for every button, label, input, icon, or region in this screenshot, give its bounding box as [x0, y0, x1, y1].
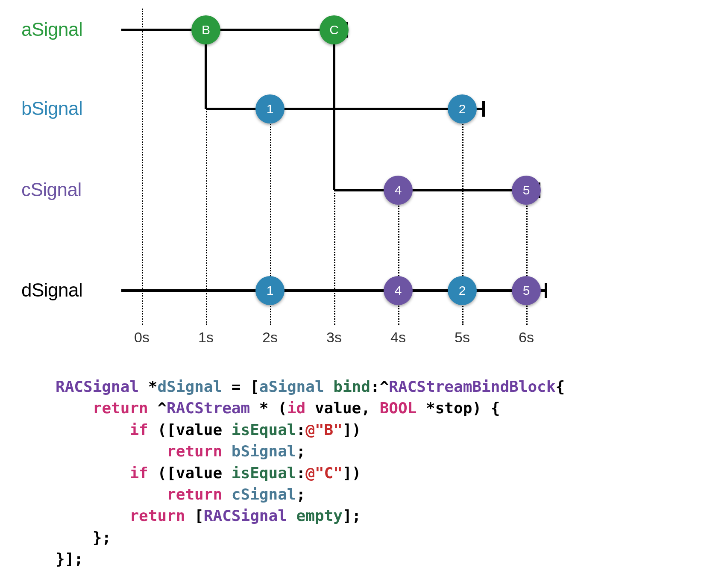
event-d-1: 1: [255, 276, 285, 305]
axis-line-0s: [142, 9, 143, 325]
connector-a-to-c: [333, 30, 335, 190]
time-label-1: 1s: [198, 329, 214, 346]
time-label-2: 2s: [262, 329, 278, 346]
timeline-b: [206, 108, 484, 110]
dotted-3s: [334, 190, 335, 325]
timeline-a: [121, 29, 345, 31]
event-d-5: 5: [512, 276, 541, 305]
code-bind: bind: [333, 378, 370, 395]
event-c-4: 4: [384, 176, 413, 205]
event-a-B: B: [191, 15, 220, 44]
time-label-4: 4s: [390, 329, 406, 346]
timeline-c: [334, 189, 539, 191]
event-d-2: 2: [448, 276, 477, 305]
terminator-b: [482, 101, 485, 117]
code-src: aSignal: [259, 378, 324, 395]
event-a-C: C: [320, 15, 349, 44]
event-c-5: 5: [512, 176, 541, 205]
code-type: RACSignal: [56, 378, 139, 395]
signal-label-a: aSignal: [21, 19, 82, 40]
code-block: RACSignal *dSignal = [aSignal bind:^RACS…: [56, 376, 565, 570]
event-b-1: 1: [255, 94, 285, 123]
event-d-4: 4: [384, 276, 413, 305]
signal-label-d: dSignal: [21, 279, 82, 301]
time-label-5: 5s: [455, 329, 470, 346]
time-label-6: 6s: [519, 329, 534, 346]
event-b-2: 2: [448, 94, 477, 123]
marble-diagram: aSignal bSignal cSignal dSignal B C 1 2 …: [0, 0, 704, 372]
signal-label-c: cSignal: [21, 179, 82, 200]
signal-label-b: bSignal: [21, 98, 82, 119]
terminator-d: [545, 283, 547, 298]
time-label-3: 3s: [326, 329, 342, 346]
code-var: dSignal: [157, 378, 222, 395]
timeline-d: [121, 289, 546, 292]
time-label-0: 0s: [134, 329, 150, 346]
dotted-1s: [206, 109, 207, 325]
